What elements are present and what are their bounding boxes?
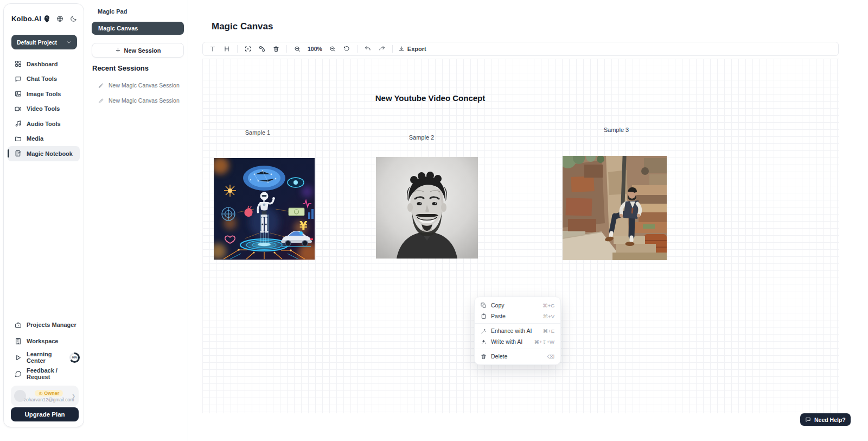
need-help-button[interactable]: Need Help?: [800, 413, 851, 426]
sidebar-item-audio-tools[interactable]: Audio Tools: [8, 116, 80, 131]
chat-bubble-icon: [15, 370, 22, 377]
brand-head-icon: [43, 15, 51, 23]
context-menu-item-paste[interactable]: Paste ⌘+V: [475, 311, 560, 322]
sample-3-label[interactable]: Sample 3: [584, 127, 649, 133]
toolbar-divider: [392, 45, 393, 53]
music-note-icon: [15, 120, 22, 127]
sidebar-item-workspace[interactable]: Workspace: [8, 333, 80, 349]
app-window: Kolbo.AI Default Project Dashboard Chat …: [0, 0, 868, 441]
ai-select-tool-button[interactable]: [243, 44, 253, 54]
redo-button[interactable]: [377, 44, 387, 54]
trash-icon: [481, 354, 487, 360]
context-menu-item-enhance-with-ai[interactable]: Enhance with AI ⌘+E: [475, 325, 560, 336]
chevron-down-icon: [66, 40, 72, 45]
context-menu-item-write-with-ai[interactable]: Write with AI ⌘+⇧+W: [475, 336, 560, 347]
context-menu-item-delete[interactable]: Delete ⌫: [475, 351, 560, 362]
canvas-toolbar: 100% Export: [202, 42, 839, 56]
crown-icon: [39, 391, 43, 395]
connector-tool-button[interactable]: [257, 44, 267, 54]
toolbar-divider: [237, 45, 238, 53]
sidebar-nav: Dashboard Chat Tools Image Tools Video T…: [8, 56, 80, 161]
dark-mode-toggle-icon[interactable]: [70, 15, 77, 22]
user-account-card[interactable]: Owner zoharvan12@gmail.com ❯: [11, 386, 79, 406]
nav-label: Video Tools: [27, 105, 60, 112]
nav-label: Media: [27, 135, 43, 142]
sample-image-2[interactable]: [376, 157, 478, 259]
sample-2-label[interactable]: Sample 2: [389, 134, 454, 141]
sparkles-icon: [481, 339, 487, 345]
shortcut-hint: ⌘+C: [542, 303, 554, 308]
nav-label: Projects Manager: [27, 322, 76, 328]
zoom-in-button[interactable]: [292, 44, 302, 54]
text-tool-button[interactable]: [208, 44, 218, 54]
learning-progress-ring: 66%: [69, 352, 80, 363]
nav-label: Magic Notebook: [27, 150, 73, 157]
tab-magic-pad[interactable]: Magic Pad: [98, 8, 127, 15]
sidebar-item-magic-notebook[interactable]: Magic Notebook: [8, 146, 80, 161]
pencil-icon: [98, 98, 104, 104]
sidebar-item-video-tools[interactable]: Video Tools: [8, 102, 80, 117]
canvas-heading-text[interactable]: New Youtube Video Concept: [349, 93, 512, 103]
building-icon: [15, 338, 22, 345]
page-title: Magic Canvas: [212, 21, 273, 32]
sidebar-footer-nav: Projects Manager Workspace Learning Cent…: [8, 317, 80, 382]
nav-label: Chat Tools: [27, 75, 57, 82]
nav-label: Workspace: [27, 338, 59, 344]
export-button[interactable]: Export: [398, 46, 426, 52]
magic-canvas-workspace[interactable]: New Youtube Video Concept Sample 1 Sampl…: [202, 59, 839, 413]
left-sidebar: Kolbo.AI Default Project Dashboard Chat …: [3, 3, 84, 427]
help-chat-icon: [805, 417, 811, 423]
nav-label: Audio Tools: [27, 121, 61, 127]
sidebar-item-projects-manager[interactable]: Projects Manager: [8, 317, 80, 333]
shortcut-hint: ⌘+⇧+W: [534, 339, 554, 345]
heading-tool-button[interactable]: [222, 44, 232, 54]
expand-chevron-icon: ❯: [72, 394, 75, 399]
folder-icon: [15, 135, 22, 142]
menu-divider: [475, 323, 560, 324]
sidebar-item-chat-tools[interactable]: Chat Tools: [8, 72, 80, 87]
project-selector[interactable]: Default Project: [11, 35, 77, 49]
new-session-button[interactable]: New Session: [92, 43, 184, 58]
toolbar-divider: [286, 45, 287, 53]
nav-label: Image Tools: [27, 91, 61, 97]
sidebar-item-feedback-request[interactable]: Feedback / Request: [8, 366, 80, 382]
sessions-panel: Magic Pad Magic Canvas New Session Recen…: [84, 0, 188, 441]
zoom-level-indicator[interactable]: 100%: [308, 46, 322, 52]
menu-divider: [475, 349, 560, 349]
shortcut-hint: ⌫: [547, 354, 554, 360]
session-list-item[interactable]: New Magic Canvas Session: [98, 97, 180, 104]
nav-label: Feedback / Request: [27, 367, 80, 380]
user-email: zoharvan12@gmail.com: [24, 397, 74, 402]
play-icon: [15, 354, 22, 361]
download-icon: [398, 46, 405, 52]
image-icon: [15, 90, 22, 97]
undo-button[interactable]: [363, 44, 373, 54]
context-menu-item-copy[interactable]: Copy ⌘+C: [475, 300, 560, 311]
chat-bubble-icon: [15, 75, 22, 83]
sidebar-item-learning-center[interactable]: Learning Center 66%: [8, 349, 80, 366]
learning-progress-value: 66%: [71, 354, 78, 361]
session-list-item[interactable]: New Magic Canvas Session: [98, 82, 180, 89]
nav-label: Learning Center: [27, 351, 63, 364]
sidebar-item-media[interactable]: Media: [8, 131, 80, 147]
delete-tool-button[interactable]: [271, 44, 281, 54]
sample-1-label[interactable]: Sample 1: [225, 129, 290, 136]
reset-view-button[interactable]: [342, 44, 352, 54]
magic-wand-icon: [481, 328, 487, 334]
upgrade-plan-button[interactable]: Upgrade Plan: [11, 407, 79, 421]
tab-magic-canvas[interactable]: Magic Canvas: [92, 22, 184, 35]
dashboard-grid-icon: [15, 60, 22, 67]
video-camera-icon: [15, 105, 22, 112]
svg-text:¥: ¥: [299, 219, 308, 232]
zoom-out-button[interactable]: [328, 44, 337, 54]
sample-image-3[interactable]: [563, 156, 667, 260]
sample-image-1[interactable]: ¥: [214, 158, 315, 260]
pencil-icon: [98, 83, 104, 89]
context-menu: Copy ⌘+C Paste ⌘+V Enhance with AI ⌘+E W…: [474, 297, 561, 365]
sidebar-item-image-tools[interactable]: Image Tools: [8, 86, 80, 102]
sidebar-item-dashboard[interactable]: Dashboard: [8, 56, 80, 72]
nav-label: Dashboard: [27, 61, 58, 67]
language-globe-icon[interactable]: [56, 15, 63, 22]
logo-row: Kolbo.AI: [11, 15, 77, 23]
brand-logo: Kolbo.AI: [11, 15, 41, 23]
